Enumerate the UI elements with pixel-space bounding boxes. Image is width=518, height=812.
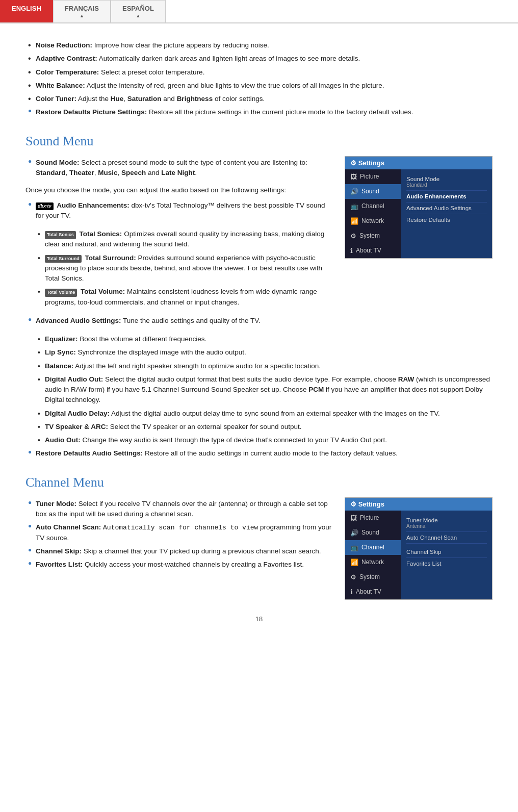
submenu-audio-enhancements[interactable]: Audio Enhancements xyxy=(406,191,487,202)
sound-panel: ⚙ Settings 🖼 Picture 🔊 Sound xyxy=(345,156,493,259)
restore-audio-list: Restore Defaults Audio Settings: Restore… xyxy=(25,447,493,460)
total-sonics-list: Total Sonics Total Sonics: Optimizes ove… xyxy=(36,227,334,309)
menu-item-sound[interactable]: 🔊 Sound xyxy=(345,184,401,199)
total-surround-icon: Total Surround xyxy=(45,255,82,263)
menu-item-network[interactable]: 📶 Network xyxy=(345,214,401,229)
audio-sub-list: Equalizer: Boost the volume at different… xyxy=(36,333,493,447)
ch-channel-menu-icon: 📺 xyxy=(350,544,358,551)
channel-menu-icon: 📺 xyxy=(350,202,358,210)
equalizer-item: Equalizer: Boost the volume at different… xyxy=(36,333,493,346)
sound-menu-heading: Sound Menu xyxy=(25,134,493,149)
channel-settings-panel: ⚙ Settings 🖼 Picture 🔊 Sound xyxy=(345,497,493,600)
ch-menu-item-system[interactable]: ⚙ System xyxy=(345,570,401,585)
channel-menu-section: Tuner Mode: Select if you receive TV cha… xyxy=(25,497,493,600)
menu-label-system: System xyxy=(359,232,380,239)
total-volume-icon: Total Volume xyxy=(45,289,77,297)
sound-mode-item: Sound Mode: Select a preset sound mode t… xyxy=(25,156,334,180)
ch-menu-label-picture: Picture xyxy=(360,514,379,521)
lang-tab-english[interactable]: ENGLISH xyxy=(0,0,53,22)
ch-menu-label-about: About TV xyxy=(356,588,381,595)
channel-panel-submenu: Tuner Mode Antenna Auto Channel Scan Cha… xyxy=(401,511,492,599)
favorites-list-item: Favorites List: Quickly access your most… xyxy=(25,558,334,571)
list-item-restore-picture: Restore Defaults Picture Settings: Resto… xyxy=(25,106,493,119)
menu-label-sound: Sound xyxy=(361,188,379,195)
sound-sub-main-list: dbx·tv Audio Enhancements: dbx-tv's Tota… xyxy=(25,199,334,223)
lang-tab-espanol-arrow: ▲ xyxy=(122,13,154,18)
submenu-channel-skip-label: Channel Skip xyxy=(406,549,441,555)
picture-bullets-list: Noise Reduction: Improve how clear the p… xyxy=(25,39,493,119)
sound-menu-section: Sound Mode: Select a preset sound mode t… xyxy=(25,156,493,309)
menu-label-picture: Picture xyxy=(360,173,379,180)
menu-item-channel[interactable]: 📺 Channel xyxy=(345,199,401,214)
ch-menu-item-about[interactable]: ℹ About TV xyxy=(345,585,401,599)
auto-channel-scan-item: Auto Channel Scan: Automatically scan fo… xyxy=(25,521,334,545)
channel-panel-body: 🖼 Picture 🔊 Sound 📺 Channel 📶 xyxy=(345,511,492,599)
channel-menu-text: Tuner Mode: Select if you receive TV cha… xyxy=(25,497,334,577)
submenu-channel-skip[interactable]: Channel Skip xyxy=(406,546,487,558)
submenu-sound-mode-value: Standard xyxy=(406,182,487,188)
once-text: Once you choose the mode, you can adjust… xyxy=(25,185,334,196)
settings-icon: ⚙ xyxy=(350,159,356,167)
sound-panel-submenu: Sound Mode Standard Audio Enhancements A… xyxy=(401,169,492,258)
digital-audio-delay-item: Digital Audio Delay: Adjust the digital … xyxy=(36,407,493,420)
submenu-restore-defaults-label: Restore Defaults xyxy=(406,217,450,223)
menu-item-system[interactable]: ⚙ System xyxy=(345,229,401,243)
picture-menu-icon: 🖼 xyxy=(350,173,357,181)
submenu-favorites-list[interactable]: Favorites List xyxy=(406,558,487,569)
submenu-auto-channel-scan-label: Auto Channel Scan xyxy=(406,535,457,541)
menu-item-picture[interactable]: 🖼 Picture xyxy=(345,169,401,184)
submenu-restore-defaults[interactable]: Restore Defaults xyxy=(406,214,487,225)
sound-panel-header: ⚙ Settings xyxy=(345,157,492,169)
submenu-sound-mode: Sound Mode Standard xyxy=(406,173,487,191)
channel-skip-item: Channel Skip: Skip a channel that your T… xyxy=(25,545,334,558)
lip-sync-item: Lip Sync: Synchronize the displayed imag… xyxy=(36,346,493,359)
list-item: Adaptive Contrast: Automatically darken … xyxy=(25,52,493,65)
audio-out-item: Audio Out: Change the way audio is sent … xyxy=(36,434,493,447)
lang-tab-espanol-label: ESPAÑOL xyxy=(122,5,154,12)
advanced-audio-list: Advanced Audio Settings: Tune the audio … xyxy=(25,314,493,327)
tuner-mode-item: Tuner Mode: Select if you receive TV cha… xyxy=(25,497,334,521)
ch-menu-item-network[interactable]: 📶 Network xyxy=(345,555,401,570)
audio-enhancements-item: dbx·tv Audio Enhancements: dbx-tv's Tota… xyxy=(25,199,334,223)
list-item: Noise Reduction: Improve how clear the p… xyxy=(25,39,493,52)
submenu-advanced-audio[interactable]: Advanced Audio Settings xyxy=(406,202,487,214)
system-menu-icon: ⚙ xyxy=(350,232,356,240)
sound-panel-menu: 🖼 Picture 🔊 Sound 📺 Channel 📶 xyxy=(345,169,401,258)
balance-item: Balance: Adjust the left and right speak… xyxy=(36,360,493,373)
submenu-sound-mode-label: Sound Mode xyxy=(406,176,487,182)
ch-menu-item-sound[interactable]: 🔊 Sound xyxy=(345,525,401,540)
ch-picture-menu-icon: 🖼 xyxy=(350,514,357,522)
ch-menu-label-channel: Channel xyxy=(361,544,384,551)
digital-audio-out-item: Digital Audio Out: Select the digital au… xyxy=(36,373,493,407)
menu-item-about[interactable]: ℹ About TV xyxy=(345,243,401,258)
list-item: White Balance: Adjust the intensity of r… xyxy=(25,79,493,92)
lang-tab-francais-arrow: ▲ xyxy=(65,13,99,18)
total-volume-item: Total Volume Total Volume: Maintains con… xyxy=(36,285,334,309)
lang-tab-francais[interactable]: FRANÇAIS ▲ xyxy=(53,0,111,22)
page-number: 18 xyxy=(25,615,493,623)
submenu-tuner-mode: Tuner Mode Antenna xyxy=(406,515,487,532)
submenu-favorites-list-label: Favorites List xyxy=(406,561,441,567)
ch-menu-item-channel[interactable]: 📺 Channel xyxy=(345,540,401,555)
submenu-tuner-mode-value: Antenna xyxy=(406,523,487,529)
list-item: Color Temperature: Select a preset color… xyxy=(25,66,493,79)
ch-about-menu-icon: ℹ xyxy=(350,588,353,596)
menu-label-about: About TV xyxy=(356,247,381,254)
lang-tab-francais-label: FRANÇAIS xyxy=(65,5,99,12)
total-sonics-icon: Total Sonics xyxy=(45,231,76,239)
submenu-auto-channel-scan[interactable]: Auto Channel Scan xyxy=(406,532,487,544)
restore-audio-item: Restore Defaults Audio Settings: Restore… xyxy=(25,447,493,460)
ch-network-menu-icon: 📶 xyxy=(350,559,358,566)
language-tabs: ENGLISH FRANÇAIS ▲ ESPAÑOL ▲ xyxy=(0,0,518,23)
ch-menu-label-sound: Sound xyxy=(361,529,379,536)
lang-tab-espanol[interactable]: ESPAÑOL ▲ xyxy=(111,0,166,22)
ch-system-menu-icon: ⚙ xyxy=(350,573,356,581)
ch-sound-menu-icon: 🔊 xyxy=(350,529,358,537)
list-item: Color Tuner: Adjust the Hue, Saturation … xyxy=(25,92,493,106)
ch-menu-item-picture[interactable]: 🖼 Picture xyxy=(345,511,401,525)
total-surround-item: Total Surround Total Surround: Provides … xyxy=(36,251,334,286)
channel-main-list: Tuner Mode: Select if you receive TV cha… xyxy=(25,497,334,572)
channel-panel-title: Settings xyxy=(358,500,384,508)
tv-speaker-arc-item: TV Speaker & ARC: Select the TV speaker … xyxy=(36,420,493,434)
submenu-advanced-audio-label: Advanced Audio Settings xyxy=(406,205,472,211)
